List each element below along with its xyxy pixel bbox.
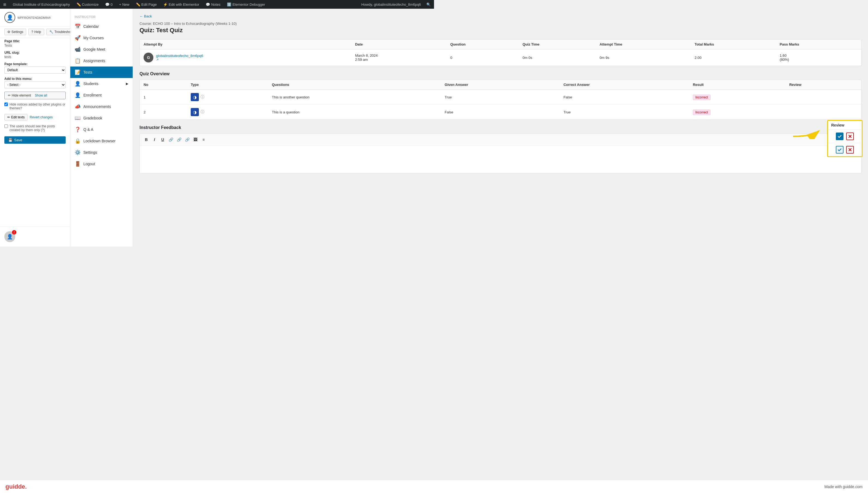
new-link[interactable]: + New [118,0,131,9]
instructor-feedback-section: Instructor Feedback B I U 🔗 🔗 🔗 🖼 ≡ [139,125,434,173]
sidebar-item-tests-label: Tests [83,70,92,74]
google-meet-icon: 📹 [75,46,81,52]
col-date: Date [351,40,434,49]
page-template-field: Page template: Default [0,61,70,75]
revert-changes-link[interactable]: Revert changes [30,115,52,119]
col-questions: Questions [268,80,434,90]
add-to-menu-field: Add to this menu: - Select - [0,75,70,90]
link-button[interactable]: 🔗 [167,136,175,144]
attempt-avatar: G [143,52,153,62]
settings-button[interactable]: ⚙ Settings [4,29,26,35]
add-to-menu-select[interactable]: - Select - [4,81,66,88]
edit-elementor-link[interactable]: ⚡ Edit with Elementor [162,0,200,9]
attempt-time: 2:59 am [355,58,434,62]
row2-question: This is a question [268,105,434,120]
feedback-editor: B I U 🔗 🔗 🔗 🖼 ≡ [139,133,434,173]
students-icon: 👤 [75,81,81,87]
sidebar-item-qa[interactable]: ❓ Q & A [70,124,133,135]
row1-no: 1 [140,90,187,105]
row1-info-icon[interactable]: ⓘ [201,94,204,100]
sidebar-item-calendar-label: Calendar [83,24,99,29]
editor-toolbar: B I U 🔗 🔗 🔗 🖼 ≡ [140,134,434,146]
add-to-menu-label: Add to this menu: [4,77,66,81]
sidebar-item-students-label: Students [83,82,98,86]
edit-texts-row: ✏ Edit texts Revert changes [0,112,70,123]
edit-texts-button[interactable]: ✏ Edit texts [4,114,27,121]
sidebar-item-calendar[interactable]: 📅 Calendar [70,21,133,32]
wpfa-logo: 👤 [4,12,15,23]
wpfa-avatar-area: 👤 2 [0,227,70,246]
row2-no: 2 [140,105,187,120]
underline-button[interactable]: U [159,136,166,144]
col-attempt-by: Attempt By [140,40,351,49]
sidebar-item-enrollment[interactable]: 👤 Enrollment [70,89,133,101]
attempt-username[interactable]: globalinstituteofecho_8m6pq6 [156,54,203,58]
sidebar-item-settings-label: Settings [83,150,97,155]
italic-button[interactable]: I [151,136,158,144]
sidebar-item-my-courses[interactable]: 🚀 My Courses [70,32,133,44]
sidebar-item-tests[interactable]: 📝 Tests [70,66,133,78]
announcements-icon: 📣 [75,104,81,110]
wpfa-brand: WPFRONTENDADMIN® [18,15,51,20]
sidebar-item-logout[interactable]: 🚪 Logout [70,158,133,170]
attempt-link-icon[interactable]: ↗ [156,58,203,61]
sidebar-item-lockdown[interactable]: 🔒 Lockdown Browser [70,135,133,147]
page-template-select[interactable]: Default [4,66,66,73]
page-title-value: Tests [4,44,66,47]
hide-element-section: ✏ Hide element Show all [4,92,66,99]
attempt-table-container: Attempt By Date Question Quiz Time Attem… [139,39,434,66]
notification-badge: 2 [12,230,16,235]
image-button[interactable]: 🖼 [191,136,199,144]
save-button[interactable]: 💾 Save [4,136,66,144]
bold-button[interactable]: B [142,136,150,144]
row2-type-icon: ◑ [191,108,199,116]
user-info: Howdy, globalinstituteofecho_8m6pq6 [360,2,422,6]
search-icon[interactable]: 🔍 [425,2,432,6]
debug-link[interactable]: ℹ️ Elementor Debugger [226,0,266,9]
sidebar-nav: Instructor 📅 Calendar 🚀 My Courses 📹 Goo… [70,9,133,246]
editor-body[interactable] [140,146,434,173]
comments-link[interactable]: 💬 0 [104,0,114,9]
user-posts-row: The users should see the posts created b… [0,123,70,134]
sidebar-item-google-meet[interactable]: 📹 Google Meet [70,44,133,55]
help-button[interactable]: ? Help [28,29,44,35]
site-title[interactable]: Global Institute of Echocardiography [12,0,71,9]
wp-logo[interactable]: ⊞ [2,0,7,9]
user-posts-label: The users should see the posts created b… [9,124,66,132]
customize-link[interactable]: ✏️ Customize [75,0,100,9]
sidebar-item-lockdown-label: Lockdown Browser [83,139,115,143]
sidebar-item-announcements[interactable]: 📣 Announcements [70,101,133,112]
anchor-button[interactable]: 🔗 [183,136,191,144]
sidebar-item-settings[interactable]: ⚙️ Settings [70,147,133,158]
students-expand-icon: ▶ [126,82,128,86]
hide-element-button[interactable]: ✏ Hide element [8,93,31,97]
page-title-field: Page title: Tests [0,38,70,49]
instructor-label: Instructor [70,13,133,21]
row2-type: ◑ ⓘ [187,105,268,120]
gradebook-icon: 📖 [75,115,81,121]
unlink-button[interactable]: 🔗 [175,136,183,144]
hide-notices-checkbox[interactable] [4,103,8,106]
sidebar-item-qa-label: Q & A [83,127,93,132]
sidebar-item-gradebook[interactable]: 📖 Gradebook [70,112,133,124]
qa-icon: ❓ [75,127,81,132]
page-template-label: Page template: [4,62,66,66]
main-content: ← Back Course: ECHO 100 – Intro to Echoc… [133,9,434,246]
sidebar-item-assignments[interactable]: 📋 Assignments [70,55,133,66]
list-button[interactable]: ≡ [200,136,207,144]
show-all-link[interactable]: Show all [35,93,47,97]
quiz-overview-container: No Type Questions Given Answer Correct A… [139,80,434,120]
notes-link[interactable]: 💬 Notes [205,0,222,9]
back-link[interactable]: ← Back [139,14,434,18]
hide-notices-label: Hide notices added by other plugins or t… [9,103,66,110]
attempt-date-cell: March 8, 2024 2:59 am [351,49,434,66]
logout-icon: 🚪 [75,161,81,167]
row2-info-icon[interactable]: ⓘ [201,110,204,114]
edit-page-link[interactable]: ✏️ Edit Page [135,0,158,9]
wpfa-panel: 👤 WPFRONTENDADMIN® ⚙ Settings ? Help 🔧 T… [0,9,70,246]
sidebar-item-students[interactable]: 👤 Students ▶ [70,78,133,89]
user-posts-checkbox[interactable] [4,124,8,128]
attempt-date: March 8, 2024 [355,53,434,58]
courses-icon: 🚀 [75,35,81,41]
admin-bar: ⊞ Global Institute of Echocardiography ✏… [0,0,434,9]
